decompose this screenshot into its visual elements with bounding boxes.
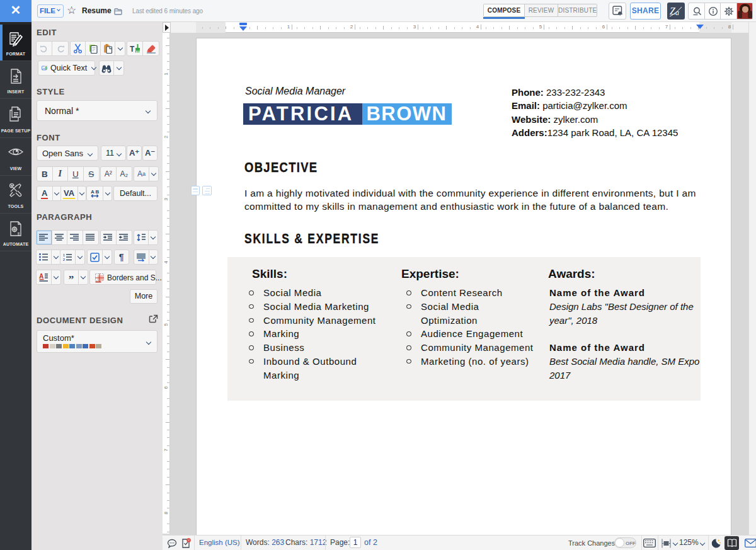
svg-text:B: B bbox=[95, 189, 99, 195]
svg-text:A: A bbox=[91, 189, 94, 195]
svg-text:1: 1 bbox=[63, 253, 65, 257]
svg-text:2: 2 bbox=[63, 258, 65, 261]
svg-text:T: T bbox=[130, 45, 135, 54]
svg-text:A: A bbox=[39, 273, 43, 280]
svg-text:A: A bbox=[45, 66, 47, 69]
